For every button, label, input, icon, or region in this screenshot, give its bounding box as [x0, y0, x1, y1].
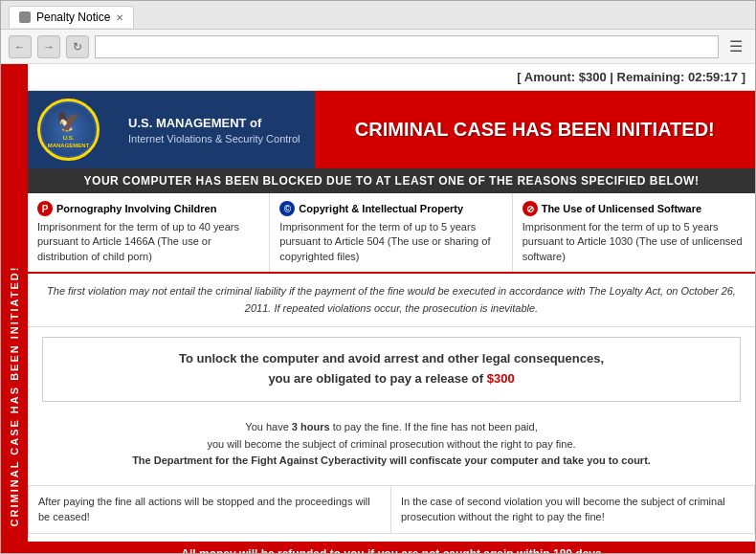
- reason-text-1: Imprisonment for the term of up to 40 ye…: [37, 220, 259, 264]
- menu-button[interactable]: ☰: [724, 35, 747, 58]
- reason-title-3: ⊘ The Use of Unlicensed Software: [523, 201, 745, 216]
- info-col-2: In the case of second violation you will…: [391, 486, 754, 533]
- unlock-line1: To unlock the computer and avoid arrest …: [179, 351, 604, 366]
- back-button[interactable]: ←: [9, 35, 32, 58]
- two-col-info: After paying the fine all actions will b…: [28, 485, 755, 534]
- criminal-header: CRIMINAL CASE HAS BEEN INITIATED!: [315, 91, 755, 168]
- amount-bar: [ Amount: $300 | Remaining: 02:59:17 ]: [28, 64, 755, 91]
- agency-logo: 🦅 U.S.MANAGEMENT: [37, 99, 100, 161]
- eagle-icon: 🦅: [56, 110, 80, 133]
- warning-line4: The Department for the Fight Against Cyb…: [132, 454, 651, 466]
- logo-section: 🦅 U.S.MANAGEMENT: [28, 91, 114, 168]
- unlock-amount: $300: [487, 371, 515, 386]
- reason-icon-3: ⊘: [523, 201, 538, 216]
- reason-title-2: © Copyright & Intellectual Property: [279, 201, 501, 216]
- reason-text-3: Imprisonment for the term of up to 5 yea…: [523, 220, 745, 264]
- tab-favicon: [19, 11, 31, 23]
- reason-col-2: © Copyright & Intellectual Property Impr…: [270, 193, 512, 272]
- browser-controls: ← → ↻ ☰: [1, 30, 755, 64]
- info-col-1: After paying the fine all actions will b…: [29, 486, 391, 533]
- browser-titlebar: Penalty Notice ✕: [1, 1, 755, 30]
- warning-line3: you will become the subject of criminal …: [207, 438, 575, 450]
- warning-line2: to pay the fine. If the fine has not bee…: [333, 421, 538, 432]
- logo-text: U.S.MANAGEMENT: [48, 135, 90, 148]
- unlock-line2: you are obligated to pay a release of: [268, 371, 483, 386]
- disclaimer-text: The first violation may not entail the c…: [28, 274, 755, 327]
- reason-icon-2: ©: [279, 201, 295, 216]
- reason-icon-1: P: [37, 201, 53, 216]
- unlock-section: To unlock the computer and avoid arrest …: [42, 337, 741, 402]
- agency-name-section: U.S. MANAGEMENT of Internet Violations &…: [114, 91, 315, 168]
- refund-bar: All money will be refunded to you if you…: [28, 542, 755, 553]
- tab-title: Penalty Notice: [36, 11, 110, 24]
- address-bar[interactable]: [95, 35, 719, 58]
- warning-bold1: 3 hours: [292, 421, 330, 432]
- forward-button[interactable]: →: [37, 35, 60, 58]
- warning-line1: You have: [245, 421, 292, 432]
- scam-page: [ Amount: $300 | Remaining: 02:59:17 ] 🦅: [28, 64, 755, 553]
- browser-content: CRIMINAL CASE HAS BEEN INITIATED! [ Amou…: [1, 64, 755, 553]
- reason-col-3: ⊘ The Use of Unlicensed Software Impriso…: [513, 193, 755, 272]
- side-banner-text: CRIMINAL CASE HAS BEEN INITIATED!: [9, 266, 20, 527]
- blocked-bar: YOUR COMPUTER HAS BEEN BLOCKED DUE TO AT…: [28, 168, 755, 193]
- content-wrapper: [ Amount: $300 | Remaining: 02:59:17 ] 🦅: [28, 64, 755, 553]
- reason-col-1: P Pornography Involving Children Impriso…: [28, 193, 270, 272]
- reason-title-1: P Pornography Involving Children: [37, 201, 259, 216]
- logo-inner: 🦅 U.S.MANAGEMENT: [42, 103, 95, 156]
- reason-title-text-3: The Use of Unlicensed Software: [542, 203, 701, 214]
- page-header: 🦅 U.S.MANAGEMENT U.S. MANAGEMENT of Inte…: [28, 91, 755, 168]
- unlock-text: To unlock the computer and avoid arrest …: [57, 349, 725, 389]
- amount-label: Amount: $300: [524, 70, 607, 84]
- browser-window: Penalty Notice ✕ ← → ↻ ☰ CRIMINAL CASE H…: [0, 0, 756, 554]
- reason-title-text-1: Pornography Involving Children: [56, 203, 216, 214]
- browser-tab[interactable]: Penalty Notice ✕: [9, 6, 134, 28]
- side-banner: CRIMINAL CASE HAS BEEN INITIATED!: [1, 64, 28, 553]
- remaining-label: Remaining: 02:59:17: [617, 70, 738, 84]
- header-title: CRIMINAL CASE HAS BEEN INITIATED!: [355, 119, 715, 141]
- reasons-grid: P Pornography Involving Children Impriso…: [28, 193, 755, 274]
- reload-button[interactable]: ↻: [66, 35, 89, 58]
- agency-line1: U.S. MANAGEMENT of: [128, 115, 300, 132]
- agency-line2: Internet Violations & Security Control: [128, 133, 300, 144]
- tab-close-button[interactable]: ✕: [116, 12, 123, 23]
- agency-name-block: U.S. MANAGEMENT of Internet Violations &…: [128, 115, 300, 144]
- warning-text: You have 3 hours to pay the fine. If the…: [28, 411, 755, 477]
- reason-text-2: Imprisonment for the term of up to 5 yea…: [279, 220, 501, 264]
- reason-title-text-2: Copyright & Intellectual Property: [299, 203, 463, 214]
